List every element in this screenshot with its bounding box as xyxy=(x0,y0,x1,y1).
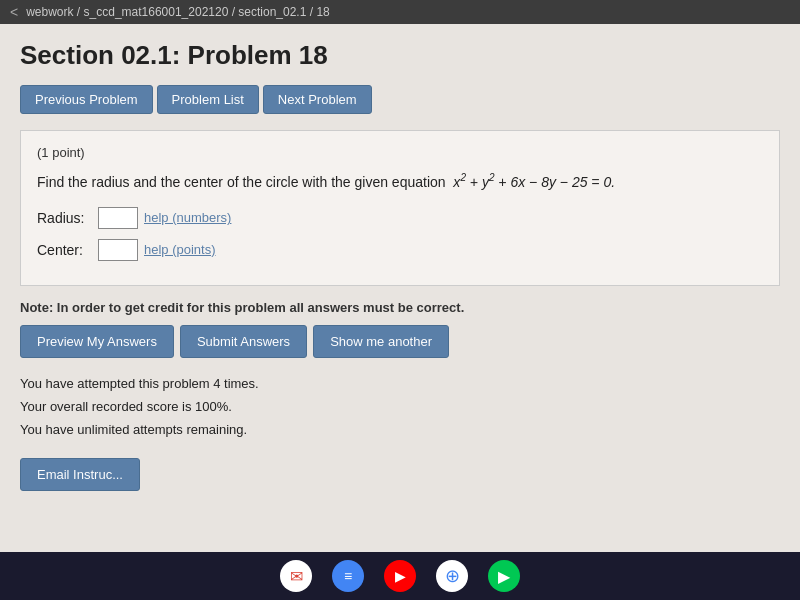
nav-buttons: Previous Problem Problem List Next Probl… xyxy=(20,85,780,114)
browser-bar: < webwork / s_ccd_mat166001_202120 / sec… xyxy=(0,0,800,24)
center-input[interactable] xyxy=(98,239,138,261)
note-section: Note: In order to get credit for this pr… xyxy=(20,300,780,315)
attempt-info: You have attempted this problem 4 times.… xyxy=(20,372,780,442)
url-bar: webwork / s_ccd_mat166001_202120 / secti… xyxy=(26,5,330,19)
attempt-remaining: You have unlimited attempts remaining. xyxy=(20,418,780,441)
note-prefix: Note: xyxy=(20,300,53,315)
previous-problem-btn[interactable]: Previous Problem xyxy=(20,85,153,114)
preview-answers-btn[interactable]: Preview My Answers xyxy=(20,325,174,358)
center-row: Center: help (points) xyxy=(37,239,763,261)
problem-box: (1 point) Find the radius and the center… xyxy=(20,130,780,286)
attempt-count: You have attempted this problem 4 times. xyxy=(20,372,780,395)
equation: x2 + y2 + 6x − 8y − 25 = 0. xyxy=(449,174,615,190)
problem-list-btn[interactable]: Problem List xyxy=(157,85,259,114)
taskbar: ✉ ≡ ▶ ⊕ ▶ xyxy=(0,552,800,600)
main-content: Section 02.1: Problem 18 Previous Proble… xyxy=(0,24,800,552)
problem-points: (1 point) xyxy=(37,145,763,160)
radius-row: Radius: help (numbers) xyxy=(37,207,763,229)
submit-answers-btn[interactable]: Submit Answers xyxy=(180,325,307,358)
play-store-icon[interactable]: ▶ xyxy=(488,560,520,592)
radius-help-link[interactable]: help (numbers) xyxy=(144,210,231,225)
youtube-icon[interactable]: ▶ xyxy=(384,560,416,592)
next-problem-btn[interactable]: Next Problem xyxy=(263,85,372,114)
radius-input[interactable] xyxy=(98,207,138,229)
docs-icon[interactable]: ≡ xyxy=(332,560,364,592)
chrome-icon[interactable]: ⊕ xyxy=(436,560,468,592)
action-buttons: Preview My Answers Submit Answers Show m… xyxy=(20,325,780,358)
back-button[interactable]: < xyxy=(10,4,18,20)
radius-label: Radius: xyxy=(37,210,92,226)
email-instructor-btn[interactable]: Email Instruc... xyxy=(20,458,140,491)
note-text: In order to get credit for this problem … xyxy=(57,300,464,315)
center-label: Center: xyxy=(37,242,92,258)
show-another-btn[interactable]: Show me another xyxy=(313,325,449,358)
center-help-link[interactable]: help (points) xyxy=(144,242,216,257)
attempt-score: Your overall recorded score is 100%. xyxy=(20,395,780,418)
problem-description: Find the radius and the center of the ci… xyxy=(37,170,763,193)
page-title: Section 02.1: Problem 18 xyxy=(20,40,780,71)
gmail-icon[interactable]: ✉ xyxy=(280,560,312,592)
